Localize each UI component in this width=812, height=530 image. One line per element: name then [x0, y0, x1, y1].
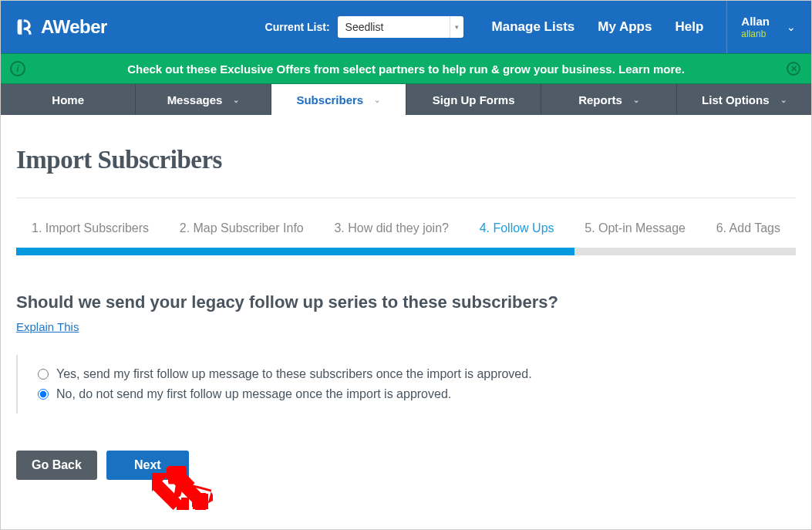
chevron-down-icon: ⌄	[780, 96, 787, 104]
nav-subscribers[interactable]: Subscribers⌄	[271, 84, 406, 115]
step-3[interactable]: 3. How did they join?	[334, 221, 449, 235]
aweber-icon	[16, 17, 36, 37]
exclusive-offers-link[interactable]: Exclusive Offers	[220, 62, 311, 76]
radio-no[interactable]	[38, 389, 49, 400]
user-display-name: Allan	[741, 15, 770, 29]
chevron-down-icon: ⌄	[374, 96, 380, 104]
step-2[interactable]: 2. Map Subscriber Info	[180, 221, 304, 235]
close-icon[interactable]: ✕	[787, 62, 800, 76]
progress-bar	[16, 248, 796, 255]
list-dropdown[interactable]: ▾	[338, 16, 463, 38]
caret-down-icon[interactable]: ▾	[450, 16, 463, 38]
user-account: allanb	[741, 29, 770, 39]
radio-yes[interactable]	[38, 369, 49, 380]
info-icon: i	[10, 61, 25, 76]
go-back-button[interactable]: Go Back	[16, 451, 97, 480]
nav-reports[interactable]: Reports⌄	[541, 84, 676, 115]
manage-lists-link[interactable]: Manage Lists	[492, 19, 575, 35]
chevron-down-icon: ⌄	[633, 96, 639, 104]
top-links: Manage Lists My Apps Help Allan allanb ⌄	[480, 1, 796, 53]
main-nav: Home Messages⌄ Subscribers⌄ Sign Up Form…	[1, 84, 811, 115]
explain-this-link[interactable]: Explain This	[16, 320, 79, 333]
nav-home[interactable]: Home	[1, 84, 136, 115]
step-4[interactable]: 4. Follow Ups	[480, 221, 554, 235]
option-yes[interactable]: Yes, send my first follow up message to …	[38, 367, 796, 381]
learn-more-link[interactable]: Learn more	[618, 62, 682, 76]
help-link[interactable]: Help	[675, 19, 703, 35]
divider	[16, 197, 796, 198]
current-list-label: Current List:	[265, 21, 330, 33]
progress-fill	[16, 248, 574, 255]
option-no[interactable]: No, do not send my first follow up messa…	[38, 387, 796, 401]
current-list-selector: Current List: ▾	[265, 16, 463, 38]
step-5[interactable]: 5. Opt-in Message	[585, 221, 686, 235]
step-1[interactable]: 1. Import Subscribers	[32, 221, 149, 235]
main-content: Import Subscribers 1. Import Subscribers…	[1, 115, 811, 495]
brand-logo[interactable]: AWeber	[16, 16, 107, 38]
list-input[interactable]	[338, 18, 450, 36]
nav-signup-forms[interactable]: Sign Up Forms	[406, 84, 541, 115]
nav-messages[interactable]: Messages⌄	[136, 84, 271, 115]
step-6[interactable]: 6. Add Tags	[716, 221, 780, 235]
top-bar: AWeber Current List: ▾ Manage Lists My A…	[1, 1, 811, 53]
next-button[interactable]: Next	[106, 451, 189, 480]
my-apps-link[interactable]: My Apps	[598, 19, 652, 35]
user-names: Allan allanb	[741, 15, 770, 39]
page-title: Import Subscribers	[16, 146, 796, 174]
wizard-steps: 1. Import Subscribers 2. Map Subscriber …	[16, 221, 796, 235]
question-heading: Should we send your legacy follow up ser…	[16, 292, 796, 312]
radio-options: Yes, send my first follow up message to …	[16, 355, 796, 414]
nav-list-options[interactable]: List Options⌄	[677, 84, 811, 115]
promo-banner: i Check out these Exclusive Offers from …	[1, 53, 811, 84]
chevron-down-icon: ⌄	[787, 21, 796, 33]
brand-name: AWeber	[41, 16, 107, 38]
user-menu[interactable]: Allan allanb ⌄	[726, 1, 796, 53]
button-row: Go Back Next	[16, 451, 796, 480]
chevron-down-icon: ⌄	[233, 96, 239, 104]
banner-text: Check out these Exclusive Offers from se…	[127, 62, 685, 76]
